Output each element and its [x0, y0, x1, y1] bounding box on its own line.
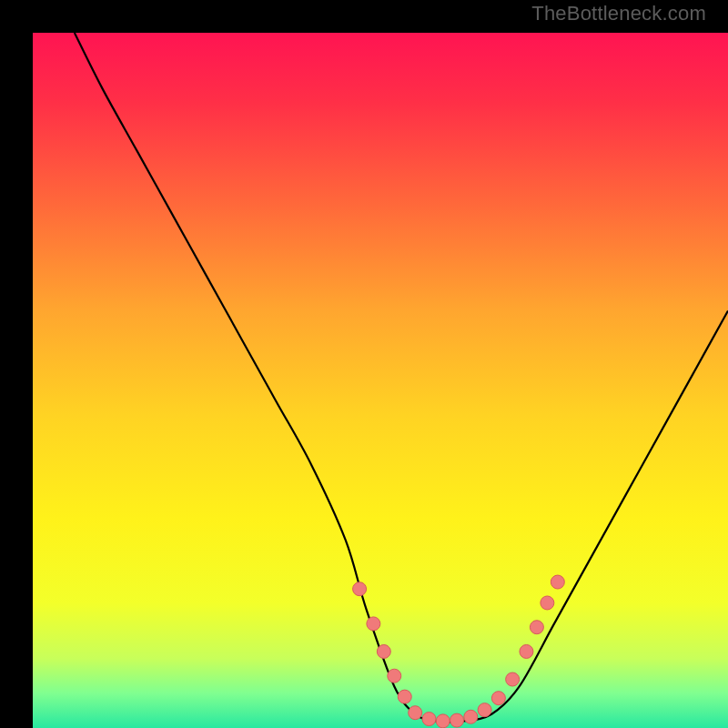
watermark-text: TheBottleneck.com: [531, 2, 706, 25]
plot-area: [33, 33, 728, 728]
data-dot: [353, 582, 367, 596]
data-dot: [541, 596, 554, 610]
data-dot: [409, 706, 422, 720]
data-dot: [520, 644, 533, 658]
data-dot: [530, 621, 543, 634]
data-dot: [464, 710, 478, 723]
data-dot: [436, 714, 450, 728]
data-dot: [367, 617, 380, 631]
data-dot: [388, 669, 401, 682]
bottleneck-chart: [33, 33, 728, 728]
data-dot: [377, 644, 390, 658]
data-dot: [450, 713, 464, 727]
data-dot: [398, 690, 411, 703]
data-dot: [506, 672, 520, 686]
data-dot: [422, 713, 436, 726]
data-dot: [491, 692, 505, 705]
chart-frame: [0, 0, 728, 728]
data-dot: [551, 575, 564, 589]
data-dot: [478, 703, 491, 717]
